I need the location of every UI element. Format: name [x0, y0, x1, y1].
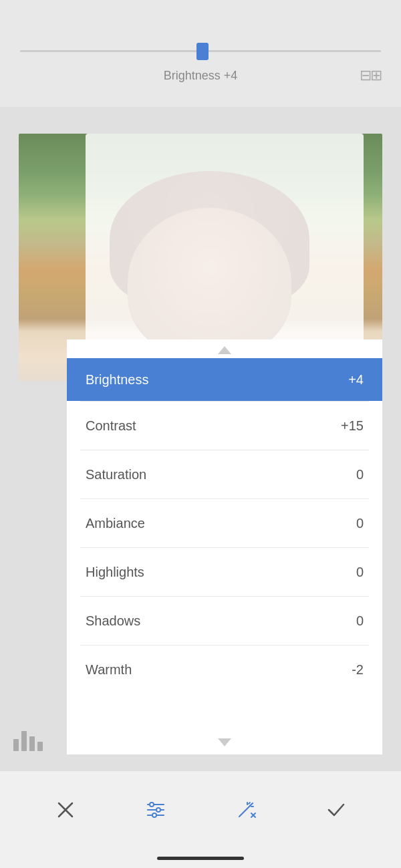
adjustments-button[interactable]: [139, 793, 172, 827]
adjustment-contrast[interactable]: Contrast +15: [67, 402, 382, 450]
svg-point-6: [156, 808, 160, 812]
adjustment-shadows[interactable]: Shadows 0: [67, 597, 382, 645]
adjustment-highlights-value: 0: [356, 565, 364, 580]
adjustment-shadows-label: Shadows: [86, 613, 140, 629]
adjustment-warmth-value: -2: [352, 662, 364, 678]
adjustment-contrast-value: +15: [341, 418, 364, 434]
confirm-button[interactable]: [319, 793, 353, 827]
panel-top-arrow[interactable]: [67, 339, 382, 358]
hist-bar-2: [21, 731, 27, 751]
panel-bottom-arrow[interactable]: [67, 733, 382, 754]
adjustment-shadows-value: 0: [356, 613, 364, 629]
histogram-icon[interactable]: [13, 721, 50, 751]
svg-line-12: [249, 803, 250, 804]
slider-value-label: Brightness +4: [164, 69, 238, 83]
slider-label-row: Brightness +4 ⊟⊞: [20, 69, 381, 83]
adjustment-brightness-label: Brightness: [86, 372, 149, 388]
bottom-toolbar: [0, 771, 401, 868]
toolbar-icons-row: [0, 771, 401, 848]
auto-enhance-button[interactable]: [229, 793, 263, 827]
slider-track: [20, 50, 381, 52]
adjustment-ambiance-label: Ambiance: [86, 516, 145, 531]
adjustment-ambiance-value: 0: [356, 516, 364, 531]
svg-point-7: [152, 813, 156, 817]
adjustment-brightness-value: +4: [348, 372, 364, 388]
adjustment-ambiance[interactable]: Ambiance 0: [67, 499, 382, 547]
svg-line-8: [239, 806, 250, 817]
adjustment-highlights[interactable]: Highlights 0: [67, 548, 382, 596]
adjustment-saturation-value: 0: [356, 467, 364, 482]
slider-thumb[interactable]: [196, 43, 209, 60]
svg-line-9: [250, 803, 253, 806]
adjustments-panel: Brightness +4 Contrast +15 Saturation 0 …: [67, 339, 382, 754]
checkmark-icon: [325, 799, 347, 821]
cancel-icon: [55, 799, 76, 821]
home-indicator: [0, 848, 401, 868]
compare-icon[interactable]: ⊟⊞: [360, 67, 381, 84]
svg-point-5: [150, 803, 154, 807]
adjustment-brightness[interactable]: Brightness +4: [67, 358, 382, 401]
adjustment-highlights-label: Highlights: [86, 565, 144, 580]
cancel-button[interactable]: [49, 793, 82, 827]
magic-wand-icon: [235, 799, 257, 821]
sliders-icon: [145, 799, 166, 821]
adjustment-warmth-label: Warmth: [86, 662, 132, 678]
adjustment-warmth[interactable]: Warmth -2: [67, 645, 382, 694]
hist-bar-4: [37, 742, 43, 751]
home-bar: [157, 857, 244, 860]
hist-bar-3: [29, 736, 35, 751]
scroll-up-arrow-icon: [218, 346, 231, 354]
slider-area: Brightness +4 ⊟⊞: [0, 0, 401, 107]
slider-container[interactable]: [20, 38, 381, 65]
hist-bar-1: [13, 739, 19, 751]
adjustment-saturation-label: Saturation: [86, 467, 146, 482]
adjustment-saturation[interactable]: Saturation 0: [67, 450, 382, 498]
adjustment-contrast-label: Contrast: [86, 418, 136, 434]
scroll-down-arrow-icon: [218, 738, 231, 746]
